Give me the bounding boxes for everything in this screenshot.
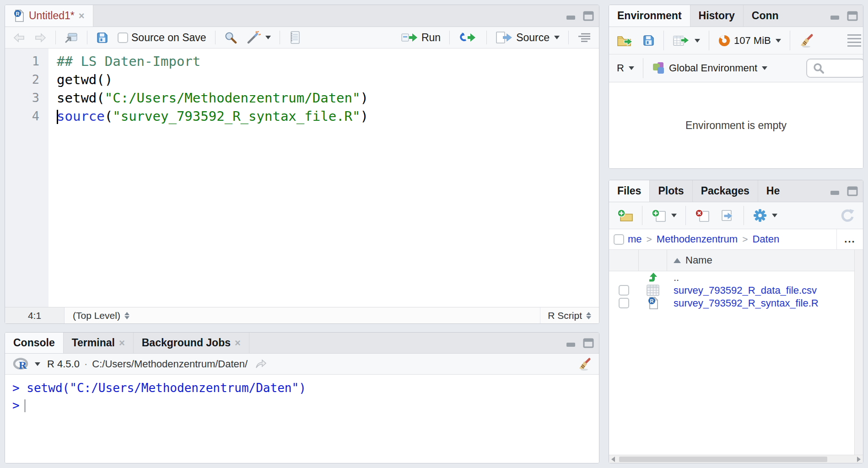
editor-tabbar: R Untitled1* × [5, 5, 599, 27]
tab-terminal[interactable]: Terminal × [64, 333, 134, 353]
memory-usage-label: 107 MiB [734, 35, 771, 47]
save-icon[interactable] [94, 30, 111, 45]
tab-plots[interactable]: Plots [650, 180, 692, 202]
file-row: Rsurvey_793592_R_syntax_file.R [609, 296, 863, 310]
minimize-icon[interactable] [565, 338, 577, 348]
tab-environment[interactable]: Environment [609, 5, 690, 27]
minimize-icon[interactable] [829, 11, 841, 21]
code-lines[interactable]: ## LS Daten-Importgetwd()setwd("C:/Users… [49, 48, 599, 307]
code-tools-wand-icon[interactable] [244, 30, 273, 45]
code-line[interactable]: getwd() [57, 70, 599, 89]
chevron-down-icon [695, 39, 700, 43]
file-type-selector[interactable]: R Script [540, 307, 599, 323]
scope-selector[interactable]: (Top Level) [65, 310, 138, 321]
delete-file-button[interactable] [692, 207, 712, 224]
horizontal-scrollbar[interactable] [609, 455, 863, 463]
back-icon[interactable] [11, 31, 27, 44]
scroll-left-arrow-icon[interactable] [611, 457, 615, 462]
breadcrumb-daten[interactable]: Daten [752, 233, 779, 245]
line-number[interactable]: 1 [5, 52, 39, 70]
stepper-icon [124, 311, 130, 320]
file-link[interactable]: survey_793592_R_data_file.csv [674, 285, 817, 296]
line-number[interactable]: 3 [5, 89, 39, 107]
maximize-icon[interactable] [582, 338, 594, 348]
scroll-right-arrow-icon[interactable] [857, 457, 861, 462]
document-outline-icon[interactable] [575, 31, 593, 44]
tab-packages[interactable]: Packages [693, 180, 758, 202]
breadcrumb-home-clipped[interactable]: me [628, 233, 642, 245]
environment-scope-selector[interactable]: Global Environment [650, 60, 770, 76]
tab-label: History [699, 10, 735, 22]
source-button[interactable]: Source [493, 30, 562, 45]
tab-label: Files [617, 185, 641, 197]
console-cursor [24, 399, 26, 412]
run-button[interactable]: Run [399, 30, 443, 45]
svg-text:R: R [650, 298, 653, 304]
open-in-window-icon[interactable] [62, 30, 81, 45]
breadcrumb-methodenzentrum[interactable]: Methodenzentrum [657, 233, 738, 245]
minimize-icon[interactable] [829, 186, 841, 196]
select-all-checkbox[interactable] [614, 234, 624, 245]
tab-help[interactable]: He [758, 180, 788, 202]
clear-environment-broom-icon[interactable] [797, 32, 816, 49]
close-icon[interactable]: × [235, 338, 241, 348]
tab-files[interactable]: Files [609, 180, 650, 202]
tab-background-jobs[interactable]: Background Jobs × [134, 333, 249, 353]
r-logo-icon: R [13, 357, 30, 371]
console-prompt[interactable]: > [12, 397, 599, 414]
load-workspace-icon[interactable] [615, 33, 636, 48]
close-icon[interactable]: × [79, 11, 85, 21]
refresh-icon[interactable] [837, 206, 857, 225]
r-file-icon: R [13, 9, 25, 22]
minimize-icon[interactable] [565, 11, 577, 21]
new-file-button[interactable] [649, 207, 679, 224]
more-file-commands-button[interactable] [750, 207, 780, 224]
rerun-icon[interactable] [456, 30, 480, 45]
checkbox-icon[interactable] [118, 32, 128, 43]
header-name-col[interactable]: Name [667, 254, 863, 266]
r-version-menu[interactable]: R [11, 356, 43, 372]
source-on-save-checkbox[interactable]: Source on Save [115, 30, 209, 45]
parent-directory-link[interactable]: .. [674, 272, 679, 284]
tab-console[interactable]: Console [5, 333, 64, 353]
file-link[interactable]: survey_793592_R_syntax_file.R [674, 297, 819, 309]
goto-directory-icon[interactable] [252, 357, 270, 371]
editor-tab-untitled1[interactable]: R Untitled1* × [5, 5, 93, 27]
code-token: "C:/Users/Methodenzentrum/Daten" [105, 90, 361, 106]
new-folder-button[interactable] [615, 207, 636, 224]
tab-history[interactable]: History [690, 5, 744, 27]
line-number[interactable]: 2 [5, 70, 39, 89]
rename-file-button[interactable] [717, 207, 737, 224]
environment-search-input[interactable] [806, 59, 863, 78]
line-number[interactable]: 4 [5, 107, 39, 125]
code-line[interactable]: setwd("C:/Users/Methodenzentrum/Daten") [57, 89, 599, 107]
horizontal-scrollbar-thumb[interactable] [619, 457, 827, 462]
memory-usage-button[interactable]: 107 MiB [716, 33, 783, 48]
tab-connections[interactable]: Conn [744, 5, 787, 27]
find-replace-icon[interactable] [222, 30, 239, 45]
close-icon[interactable]: × [119, 338, 125, 348]
file-checkbox[interactable] [619, 285, 629, 296]
code-line[interactable]: source("survey_793592_R_syntax_file.R") [57, 107, 599, 125]
console-body[interactable]: > setwd("C:/Users/Methodenzentrum/Daten"… [5, 375, 599, 463]
environment-pane: Environment History Conn [609, 5, 863, 169]
breadcrumb-more-button[interactable]: ... [836, 229, 863, 249]
list-view-menu-icon[interactable] [847, 34, 861, 47]
new-folder-icon [617, 209, 633, 222]
chevron-down-icon [776, 39, 781, 43]
search-icon [813, 62, 825, 74]
tab-label: Packages [701, 185, 749, 197]
maximize-icon[interactable] [846, 186, 858, 196]
code-editor[interactable]: 1234 ## LS Daten-Importgetwd()setwd("C:/… [5, 48, 599, 307]
language-selector[interactable]: R [615, 61, 636, 75]
file-checkbox[interactable] [619, 298, 629, 308]
clear-console-broom-icon[interactable] [575, 356, 593, 372]
compile-report-icon[interactable] [286, 29, 303, 46]
maximize-icon[interactable] [582, 11, 594, 21]
forward-icon[interactable] [32, 31, 49, 44]
maximize-icon[interactable] [846, 11, 858, 21]
save-workspace-icon[interactable] [640, 33, 657, 48]
import-dataset-button[interactable] [670, 33, 702, 48]
vertical-scrollbar-track[interactable] [854, 250, 863, 455]
code-line[interactable]: ## LS Daten-Import [57, 52, 599, 70]
